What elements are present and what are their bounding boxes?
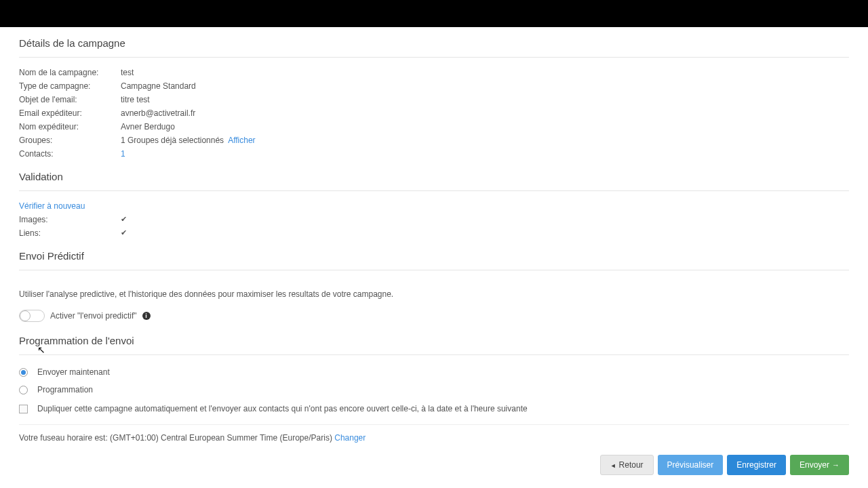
name-label: Nom de la campagne: <box>19 68 121 77</box>
timezone-row: Votre fuseau horaire est: (GMT+01:00) Ce… <box>19 424 849 443</box>
duplicate-label: Dupliquer cette campagne automatiquement… <box>37 404 528 413</box>
validation-section-title: Validation <box>19 161 849 191</box>
groups-show-link[interactable]: Afficher <box>228 136 255 145</box>
toggle-knob <box>20 310 31 321</box>
radio-schedule-row: Programmation <box>19 381 849 399</box>
contacts-value[interactable]: 1 <box>121 149 125 159</box>
detail-row-contacts: Contacts: 1 <box>19 147 849 161</box>
type-value: Campagne Standard <box>121 81 196 91</box>
predictive-description: Utiliser l'analyse predictive, et l'hist… <box>19 279 849 304</box>
groups-value: 1 Groupes déjà selectionnés <box>121 136 224 145</box>
reverify-row: Vérifier à nouveau <box>19 199 849 213</box>
back-button[interactable]: Retour <box>600 455 654 475</box>
radio-schedule[interactable] <box>19 386 28 394</box>
links-check-icon: ✔ <box>121 228 127 238</box>
duplicate-checkbox[interactable] <box>19 405 28 413</box>
reverify-link[interactable]: Vérifier à nouveau <box>19 201 85 211</box>
groups-label: Groupes: <box>19 136 121 145</box>
timezone-change-link[interactable]: Changer <box>334 433 366 443</box>
subject-value: titre test <box>121 95 150 104</box>
preview-button[interactable]: Prévisualiser <box>658 455 724 475</box>
sender-name-label: Nom expéditeur: <box>19 122 121 131</box>
window-top-bar <box>0 0 868 27</box>
schedule-section-title: Programmation de l'envoi <box>19 325 849 355</box>
detail-row-subject: Objet de l'email: titre test <box>19 93 849 106</box>
radio-send-now[interactable] <box>19 368 28 377</box>
images-check-icon: ✔ <box>121 215 127 224</box>
sender-email-label: Email expéditeur: <box>19 108 121 118</box>
predictive-toggle-label: Activer "l'envoi predictif" <box>50 311 137 321</box>
predictive-toggle[interactable] <box>19 310 45 322</box>
radio-send-now-row: Envoyer maintenant <box>19 363 849 381</box>
images-label: Images: <box>19 215 121 224</box>
info-icon[interactable]: i <box>142 312 151 320</box>
detail-row-name: Nom de la campagne: test <box>19 66 849 79</box>
save-button[interactable]: Enregistrer <box>727 455 786 475</box>
page-content: Détails de la campagne Nom de la campagn… <box>0 27 868 488</box>
footer-buttons: Retour Prévisualiser Enregistrer Envoyer <box>19 443 849 475</box>
subject-label: Objet de l'email: <box>19 95 121 104</box>
type-label: Type de campagne: <box>19 81 121 91</box>
validation-row-images: Images: ✔ <box>19 213 849 226</box>
validation-row-links: Liens: ✔ <box>19 226 849 240</box>
detail-row-sender-name: Nom expéditeur: Avner Berdugo <box>19 120 849 134</box>
contacts-label: Contacts: <box>19 149 121 159</box>
sender-email-value: avnerb@activetrail.fr <box>121 108 195 118</box>
links-label: Liens: <box>19 228 121 238</box>
detail-row-sender-email: Email expéditeur: avnerb@activetrail.fr <box>19 106 849 120</box>
send-button[interactable]: Envoyer <box>790 455 849 475</box>
detail-row-groups: Groupes: 1 Groupes déjà selectionnés Aff… <box>19 134 849 147</box>
radio-send-now-label: Envoyer maintenant <box>37 367 110 377</box>
detail-row-type: Type de campagne: Campagne Standard <box>19 79 849 93</box>
sender-name-value: Avner Berdugo <box>121 122 175 131</box>
duplicate-row: Dupliquer cette campagne automatiquement… <box>19 399 849 419</box>
name-value: test <box>121 68 134 77</box>
timezone-text: Votre fuseau horaire est: (GMT+01:00) Ce… <box>19 433 332 443</box>
radio-schedule-label: Programmation <box>37 385 93 394</box>
predictive-toggle-row: Activer "l'envoi predictif" i <box>19 304 849 325</box>
predictive-section-title: Envoi Prédictif <box>19 240 849 270</box>
details-section-title: Détails de la campagne <box>19 27 849 58</box>
